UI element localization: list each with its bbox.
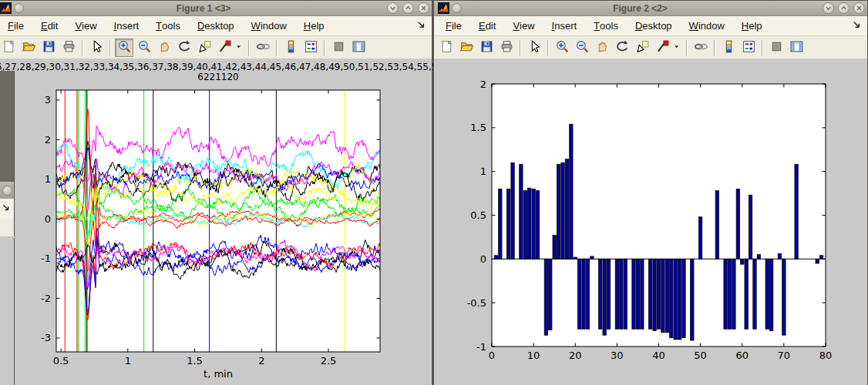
svg-text:60: 60 — [735, 350, 749, 361]
data-cursor-icon — [635, 39, 650, 57]
brush-data-button[interactable] — [215, 38, 234, 57]
figure-toolbar — [0, 36, 432, 60]
close-button[interactable] — [853, 2, 865, 14]
menu-item-file[interactable]: File — [437, 16, 470, 35]
toolbar-separator — [324, 40, 325, 56]
desktop: Figure 1 <3> FileEditViewInsertToolsDesk… — [0, 0, 868, 385]
link-plot-button[interactable] — [691, 38, 710, 57]
print-figure-button[interactable] — [497, 38, 516, 57]
window-menu-button[interactable] — [452, 3, 462, 13]
pan-button[interactable] — [593, 38, 611, 57]
menu-item-desktop[interactable]: Desktop — [189, 16, 243, 35]
window-menu-button[interactable] — [2, 186, 12, 196]
menu-item-help[interactable]: Help — [295, 16, 333, 35]
edit-plot-icon — [527, 39, 542, 57]
edit-plot-button[interactable] — [87, 38, 106, 57]
print-figure-button[interactable] — [59, 38, 78, 57]
menu-item-tools[interactable]: Tools — [585, 16, 627, 35]
new-figure-button[interactable] — [0, 38, 18, 57]
toolbar-separator — [686, 40, 688, 56]
menu-item-help[interactable]: Help — [733, 16, 771, 35]
insert-colorbar-button[interactable] — [719, 38, 738, 57]
data-cursor-button[interactable] — [195, 38, 214, 57]
menu-item-desktop[interactable]: Desktop — [627, 16, 681, 35]
svg-text:70: 70 — [778, 350, 791, 361]
menu-item-view[interactable]: View — [66, 16, 105, 35]
svg-text:26,27,28,29,30,31,32,33,34,35,: 26,27,28,29,30,31,32,33,34,35,36,37,38,3… — [0, 62, 446, 72]
data-cursor-icon — [197, 39, 212, 57]
open-file-icon — [22, 39, 36, 57]
zoom-out-button[interactable] — [135, 38, 153, 57]
pan-button[interactable] — [155, 38, 173, 57]
menu-item-insert[interactable]: Insert — [106, 16, 148, 35]
edit-plot-button[interactable] — [525, 38, 543, 57]
dock-figure-icon[interactable] — [416, 20, 427, 31]
plot-area[interactable]: 0102030405060708021.510.50-0.5-1 — [434, 59, 868, 385]
zoom-out-button[interactable] — [573, 38, 591, 57]
close-button[interactable] — [418, 2, 429, 14]
new-figure-icon — [439, 39, 454, 57]
menu-item-insert[interactable]: Insert — [543, 16, 586, 35]
brush-dropdown-button[interactable] — [673, 38, 682, 57]
toolbar-separator — [248, 40, 250, 56]
link-plot-icon — [694, 39, 708, 57]
show-plot-tools-icon — [352, 39, 366, 57]
toolbar-separator — [520, 40, 521, 56]
open-file-icon — [459, 39, 474, 57]
data-cursor-button[interactable] — [633, 38, 651, 57]
maximize-button[interactable] — [402, 2, 414, 14]
svg-text:1: 1 — [125, 355, 131, 367]
svg-text:2: 2 — [480, 79, 486, 90]
link-plot-button[interactable] — [254, 38, 272, 57]
window-menu-button[interactable] — [14, 3, 24, 13]
menu-item-view[interactable]: View — [504, 16, 543, 35]
svg-text:0: 0 — [480, 253, 486, 265]
brush-data-button[interactable] — [653, 38, 671, 57]
hide-plot-tools-icon — [769, 39, 784, 57]
toolbar-separator — [714, 40, 715, 56]
zoom-in-button[interactable] — [553, 38, 571, 57]
svg-text:80: 80 — [819, 350, 833, 361]
save-figure-icon — [479, 39, 494, 57]
open-file-button[interactable] — [457, 38, 476, 57]
rotate-3d-button[interactable] — [175, 38, 193, 57]
dock-figure-icon[interactable] — [2, 203, 11, 213]
insert-colorbar-button[interactable] — [281, 38, 300, 57]
menu-item-edit[interactable]: Edit — [470, 16, 504, 35]
menu-item-edit[interactable]: Edit — [32, 16, 66, 35]
svg-text:20: 20 — [569, 350, 582, 361]
shade-button[interactable] — [387, 2, 399, 14]
titlebar[interactable]: Figure 1 <3> — [0, 1, 432, 16]
maximize-button[interactable] — [838, 2, 849, 14]
save-figure-button[interactable] — [39, 38, 58, 57]
menu-item-tools[interactable]: Tools — [147, 16, 189, 35]
dock-figure-icon[interactable] — [852, 20, 863, 31]
show-plot-tools-button[interactable] — [787, 38, 806, 57]
show-plot-tools-icon — [789, 39, 804, 57]
hide-plot-tools-button[interactable] — [767, 38, 786, 57]
plot-area[interactable]: 0.511.522.53210-1-2-3t, min26,27,28,29,3… — [0, 59, 433, 385]
menu-item-window[interactable]: Window — [243, 16, 295, 35]
svg-text:6221120: 6221120 — [197, 72, 238, 82]
menu-item-window[interactable]: Window — [681, 16, 733, 35]
shade-button[interactable] — [823, 2, 834, 14]
rotate-3d-button[interactable] — [613, 38, 631, 57]
menu-item-file[interactable]: File — [0, 16, 32, 35]
toolbar-separator — [547, 40, 549, 56]
background-figure-titlebar[interactable] — [0, 182, 15, 199]
titlebar[interactable]: Figure 2 <2> — [434, 1, 867, 16]
zoom-in-button[interactable] — [115, 38, 133, 57]
insert-legend-button[interactable] — [739, 38, 758, 57]
svg-text:1: 1 — [45, 173, 51, 185]
save-figure-button[interactable] — [477, 38, 496, 57]
background-window-pane — [0, 71, 15, 182]
svg-text:40: 40 — [652, 350, 665, 361]
insert-legend-button[interactable] — [301, 38, 320, 57]
svg-text:-3: -3 — [41, 332, 51, 343]
new-figure-button[interactable] — [437, 38, 456, 57]
show-plot-tools-button[interactable] — [349, 38, 368, 57]
brush-dropdown-button[interactable] — [235, 38, 244, 57]
brush-dropdown-icon — [673, 39, 682, 57]
open-file-button[interactable] — [19, 38, 38, 57]
hide-plot-tools-button[interactable] — [329, 38, 348, 57]
